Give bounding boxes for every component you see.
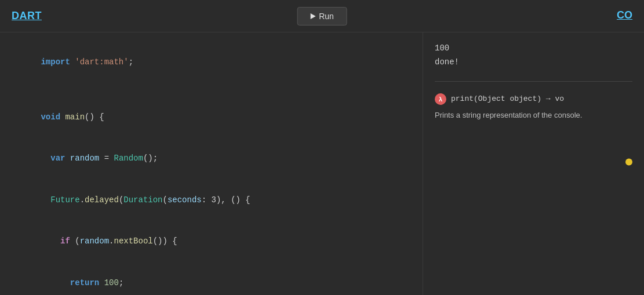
code-panel[interactable]: import 'dart:math'; void main() { var ra…	[0, 32, 423, 295]
header: DART Run CO	[0, 0, 644, 32]
doc-description: Prints a string representation of the co…	[435, 110, 632, 121]
code-line-6: if (random.nextBool()) {	[12, 221, 411, 262]
dart-tab-link[interactable]: DART	[12, 10, 42, 22]
yellow-dot-indicator	[625, 158, 632, 165]
output-line-1: 100	[435, 42, 632, 56]
code-line-2	[12, 83, 411, 97]
run-button[interactable]: Run	[297, 7, 347, 26]
doc-signature: λ print(Object object) → vo	[435, 93, 632, 105]
doc-signature-text: print(Object object) → vo	[451, 94, 564, 103]
doc-section: λ print(Object object) → vo Prints a str…	[435, 93, 632, 121]
output-divider	[435, 81, 632, 82]
code-line-1: import 'dart:math';	[12, 42, 411, 83]
main-content: import 'dart:math'; void main() { var ra…	[0, 32, 644, 295]
run-triangle-icon	[310, 13, 315, 19]
code-line-5: Future.delayed(Duration(seconds: 3), () …	[12, 180, 411, 221]
code-line-3: void main() {	[12, 97, 411, 138]
output-text-area: 100 done!	[435, 42, 632, 70]
run-label: Run	[319, 12, 334, 21]
co-tab-link[interactable]: CO	[605, 0, 644, 31]
code-line-4: var random = Random();	[12, 139, 411, 180]
output-line-2: done!	[435, 56, 632, 70]
code-line-7: return 100;	[12, 263, 411, 295]
lambda-icon: λ	[435, 93, 446, 105]
output-panel: 100 done! λ print(Object object) → vo Pr…	[423, 32, 644, 295]
